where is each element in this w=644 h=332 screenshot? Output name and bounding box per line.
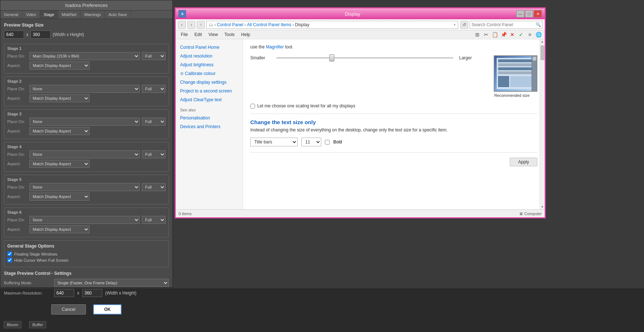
tab-midinet[interactable]: Midi/Net [58,11,80,19]
place-on-label-5: Place On: [7,185,27,189]
stage-6-full-select[interactable]: Full [142,216,166,224]
vertical-scrollbar[interactable]: ▲ ▼ [540,39,545,209]
max-resolution-label: Maximum Resolution: [4,291,51,295]
stage-2-label: Stage 2 [7,79,166,83]
stage-5-full-select[interactable]: Full [142,183,166,191]
stage-4-place-on-select[interactable]: None Main Display (1536 x 864) [29,150,140,158]
tab-warnings[interactable]: Warnings [80,11,105,19]
sidebar-calibrate-colour[interactable]: ⚙ Calibrate colour [176,69,243,78]
address-path[interactable]: 🗂 › Control Panel › All Control Panel It… [206,21,458,29]
back-button[interactable]: ‹ [178,21,186,29]
scroll-down-button[interactable]: ▼ [540,205,545,209]
sidebar-project-second-screen[interactable]: Project to a second screen [176,87,243,95]
taskbar-buffer[interactable]: Buffer [29,321,46,328]
tab-autosave[interactable]: Auto Save [105,11,131,19]
max-res-width-input[interactable] [54,289,74,297]
place-on-label-3: Place On: [7,119,27,124]
stage-1-aspect-select[interactable]: Match Display Aspect [29,62,90,70]
menu-file[interactable]: File [178,31,191,38]
stage-3-label: Stage 3 [7,112,166,116]
status-right: 🖥 Computer [519,212,542,216]
toolbar-properties-icon[interactable]: ≡ [526,31,534,39]
toolbar-globe-icon[interactable]: 🌐 [534,31,542,39]
scaling-checkbox-label: Let me choose one scaling level for all … [257,103,355,108]
bold-checkbox[interactable] [325,140,330,145]
maximize-button[interactable]: □ [525,10,533,17]
stage-5-aspect-select[interactable]: Match Display Aspect [29,193,90,201]
status-bar: 0 items 🖥 Computer [176,209,545,217]
sidebar-adjust-brightness[interactable]: Adjust brightness [176,60,243,69]
sidebar-devices-printers[interactable]: Devices and Printers [176,122,243,131]
toolbar-delete-icon[interactable]: ✕ [508,31,516,39]
refresh-button[interactable]: ↺ [460,21,468,29]
toolbar-views-icon[interactable]: ⊞ [473,31,481,39]
floating-windows-checkbox[interactable] [7,252,12,256]
minimize-button[interactable]: — [516,10,524,17]
preview-width-input[interactable] [4,31,24,39]
titlebar-buttons: — □ ✕ [516,10,542,17]
toolbar-copy-icon[interactable]: 📋 [491,31,499,39]
search-box: 🔍 [470,21,542,29]
tab-stage[interactable]: Stage [40,11,58,19]
stage-1-place-on-select[interactable]: Main Display (1536 x 864) None [29,52,140,60]
sidebar-personalisation[interactable]: Personalisation [176,114,243,122]
close-button[interactable]: ✕ [534,10,542,17]
scroll-thumb-vertical[interactable] [541,46,544,60]
stage-1-full-select[interactable]: Full [142,52,166,60]
up-button[interactable]: ↑ [197,21,205,29]
aspect-label-4: Aspect: [7,162,27,166]
taskbar-bloom[interactable]: Bloom [4,321,21,328]
buffering-mode-select[interactable]: Single (Faster, One Frame Delay) Double … [54,279,169,287]
stage-6-aspect-select[interactable]: Match Display Aspect [29,225,90,233]
toolbar-check-icon[interactable]: ✓ [517,31,525,39]
sidebar-adjust-resolution[interactable]: Adjust resolution [176,52,243,60]
preview-height-input[interactable] [31,31,51,39]
preview-image-container: Recommended size [486,55,537,98]
cancel-button[interactable]: Cancel [51,304,86,315]
stage-2-aspect-select[interactable]: Match Display Aspect [29,94,90,102]
apply-button[interactable]: Apply [510,158,537,166]
toolbar-cut-icon[interactable]: ✂ [482,31,490,39]
tab-video[interactable]: Video [22,11,40,19]
forward-button[interactable]: › [187,21,195,29]
stage-5-label: Stage 5 [7,177,166,182]
stage-2-place-on-select[interactable]: None Main Display (1536 x 864) [29,85,140,93]
scroll-up-button[interactable]: ▲ [540,39,545,44]
stage-5-place-on-select[interactable]: None Main Display (1536 x 864) [29,183,140,191]
stage-4-full-select[interactable]: Full [142,150,166,158]
ok-button[interactable]: OK [93,304,122,315]
aspect-label-3: Aspect: [7,129,27,133]
menu-edit[interactable]: Edit [191,31,205,38]
size-slider-thumb[interactable] [329,54,334,62]
stage-4-label: Stage 4 [7,145,166,149]
buffering-mode-label: Buffering Mode: [4,281,51,285]
stage-6-place-on-select[interactable]: None Main Display (1536 x 864) [29,216,140,224]
computer-icon: 🖥 [519,212,523,216]
hide-cursor-checkbox[interactable] [7,258,12,262]
stage-3-aspect-select[interactable]: Match Display Aspect [29,127,90,135]
preview-bottom-row [498,76,533,87]
text-item-select[interactable]: Title bars Menus Message boxes Palette t… [250,138,298,146]
stage-4-aspect-select[interactable]: Match Display Aspect [29,160,90,168]
menu-view[interactable]: View [206,31,221,38]
preview-image-inner [497,58,534,89]
scaling-checkbox[interactable] [250,104,255,108]
stage-3-place-on-select[interactable]: None Main Display (1536 x 864) [29,118,140,126]
sidebar-change-display-settings[interactable]: Change display settings [176,78,243,87]
toolbar-paste-icon[interactable]: 📌 [500,31,508,39]
max-res-height-input[interactable] [82,289,102,297]
stage-3-full-select[interactable]: Full [142,118,166,126]
menu-help[interactable]: Help [238,31,253,38]
menu-tools[interactable]: Tools [222,31,238,38]
magnifier-link[interactable]: Magnifier [266,44,284,50]
size-slider-track[interactable] [276,57,453,59]
sidebar-control-panel-home[interactable]: Control Panel Home [176,43,243,52]
search-input[interactable] [470,21,534,28]
search-icon[interactable]: 🔍 [534,21,542,28]
general-stage-options: General Stage Options Floating Stage Win… [4,240,169,267]
text-size-select[interactable]: 11 9 10 12 14 [301,138,321,146]
address-bar: ‹ › ↑ 🗂 › Control Panel › All Control Pa… [176,19,545,30]
tab-general[interactable]: General [0,11,22,19]
stage-2-full-select[interactable]: Full [142,85,166,93]
sidebar-adjust-cleartype[interactable]: Adjust ClearType text [176,95,243,104]
